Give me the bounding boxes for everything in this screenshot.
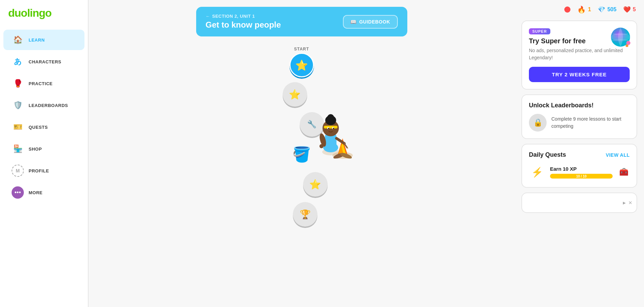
fire-stat: 🔥 1 [577,5,591,14]
leaderboard-card: Unlock Leaderboards! 🔒 Complete 9 more l… [521,94,637,139]
practice-icon: 🥊 [12,77,24,90]
quest-progress-text-0: 10 / 10 [576,174,587,178]
lesson-node-5-wrapper: 🏆 [293,202,317,227]
leaderboard-description: Complete 9 more lessons to start competi… [551,116,630,130]
quests-icon: 🎫 [12,121,24,133]
heart-icon: ❤️ [623,6,631,13]
characters-icon: あ [12,56,24,68]
globe-decoration [609,25,632,49]
svg-rect-14 [324,126,337,128]
lesson-node-1[interactable]: ⭐ [283,82,307,107]
sidebar-label-practice: PRACTICE [29,81,52,86]
svg-point-25 [626,44,628,47]
star-icon-4: ⭐ [309,179,321,190]
try-free-button[interactable]: TRY 2 WEEKS FREE [529,67,630,82]
profile-icon: M [12,165,24,177]
logo: duolingo [0,7,88,29]
lesson-node-4-wrapper: ⭐ [303,172,328,197]
star-icon-1: ⭐ [289,89,301,100]
sidebar-label-profile: PROFILE [29,168,49,173]
ad-label: ▶ [623,201,626,205]
quest-item-0: ⚡ Earn 10 XP 10 / 10 🧰 [529,164,630,180]
leaderboard-content: 🔒 Complete 9 more lessons to start compe… [529,114,630,132]
sidebar-label-quests: QUESTS [29,125,48,130]
lesson-node-5[interactable]: 🏆 [293,202,317,227]
sidebar-label-leaderboards: LEADERBOARDS [29,103,68,108]
logo-text: duolingo [8,7,51,19]
sidebar-item-practice[interactable]: 🥊 PRACTICE [3,73,84,94]
hearts-stat: ❤️ 5 [623,6,636,13]
star-icon-0: ⭐ [295,59,308,71]
lock-icon-circle: 🔒 [529,114,547,132]
super-card: SUPER Try Super for free No ads, persona… [521,20,637,90]
trophy-icon-5: 🏆 [300,209,311,220]
character-path-area: ⭐ 🔧 🪣 ⭐ [247,82,356,227]
gem-icon: 💎 [598,6,605,13]
more-icon: ••• [12,186,24,199]
view-all-link[interactable]: VIEW ALL [606,152,630,158]
lock-icon: 🔒 [533,118,543,127]
lesson-node-4[interactable]: ⭐ [303,172,328,197]
gems-stat: 💎 505 [598,6,616,13]
daily-quests-card: Daily Quests VIEW ALL ⚡ Earn 10 XP 10 / … [521,144,637,188]
sidebar-item-more[interactable]: ••• MORE [3,182,84,203]
start-label: START [294,47,309,51]
sidebar: duolingo 🏠 LEARN あ CHARACTERS 🥊 PRACTICE… [0,0,89,307]
sidebar-label-learn: LEARN [29,37,45,43]
right-sidebar: 🔥 1 💎 505 ❤️ 5 [515,0,644,307]
back-arrow-icon: ← [206,14,210,19]
leaderboard-icon: 🛡️ [12,99,24,111]
lesson-node-0[interactable]: ⭐ [289,53,314,77]
super-badge: SUPER [529,28,550,34]
home-icon: 🏠 [12,34,24,46]
svg-point-13 [327,114,334,121]
main-content: ← SECTION 2, UNIT 1 Get to know people 📖… [89,0,644,307]
svg-point-23 [611,33,630,41]
section-banner: ← SECTION 2, UNIT 1 Get to know people 📖… [196,7,407,36]
quests-title: Daily Quests [529,151,566,158]
section-info: ← SECTION 2, UNIT 1 Get to know people [206,14,281,30]
lightning-icon: ⚡ [529,164,545,180]
svg-point-18 [333,128,334,129]
chest-icon: 🪣 [292,145,311,163]
top-stats: 🔥 1 💎 505 ❤️ 5 [521,5,637,14]
streak-stat [564,6,570,13]
svg-point-10 [319,144,324,148]
ad-placeholder: ▶ ✕ [521,193,637,213]
sidebar-item-profile[interactable]: M PROFILE [3,160,84,181]
guidebook-icon: 📖 [350,19,357,25]
leaderboard-card-title: Unlock Leaderboards! [529,102,630,109]
fire-icon: 🔥 [577,5,586,14]
quests-header: Daily Quests VIEW ALL [529,151,630,158]
sidebar-item-characters[interactable]: あ CHARACTERS [3,51,84,72]
section-label: ← SECTION 2, UNIT 1 [206,14,281,19]
quest-info-0: Earn 10 XP 10 / 10 [550,166,613,179]
svg-point-21 [347,148,349,151]
quest-reward-0: 🧰 [617,166,630,178]
lesson-node-3-wrapper: 🪣 [289,142,314,167]
sidebar-label-more: MORE [29,190,43,195]
quest-progress-bar-0: 10 / 10 [550,174,613,179]
section-title: Get to know people [206,20,281,30]
sidebar-label-characters: CHARACTERS [29,59,61,64]
sidebar-label-shop: SHOP [29,147,42,152]
sidebar-item-leaderboards[interactable]: 🛡️ LEADERBOARDS [3,95,84,116]
red-dot-icon [564,6,570,13]
sidebar-item-quests[interactable]: 🎫 QUESTS [3,117,84,137]
start-node: START ⭐ [289,47,314,77]
character-illustration [312,89,356,157]
svg-point-17 [328,128,329,129]
center-column: ← SECTION 2, UNIT 1 Get to know people 📖… [89,0,515,307]
ad-close-icon[interactable]: ✕ [628,200,632,205]
sidebar-item-learn[interactable]: 🏠 LEARN [3,30,84,50]
quest-name-0: Earn 10 XP [550,166,613,172]
sidebar-item-shop[interactable]: 🏪 SHOP [3,139,84,159]
shop-icon: 🏪 [12,143,24,155]
lesson-node-chest[interactable]: 🪣 [289,142,314,167]
super-description: No ads, personalized practice, and unlim… [529,47,630,61]
lesson-node-1-wrapper: ⭐ [283,82,307,107]
chest-reward-icon: 🧰 [619,168,628,176]
lesson-path: START ⭐ ⭐ 🔧 [247,47,356,227]
guidebook-button[interactable]: 📖 GUIDEBOOK [343,15,397,29]
